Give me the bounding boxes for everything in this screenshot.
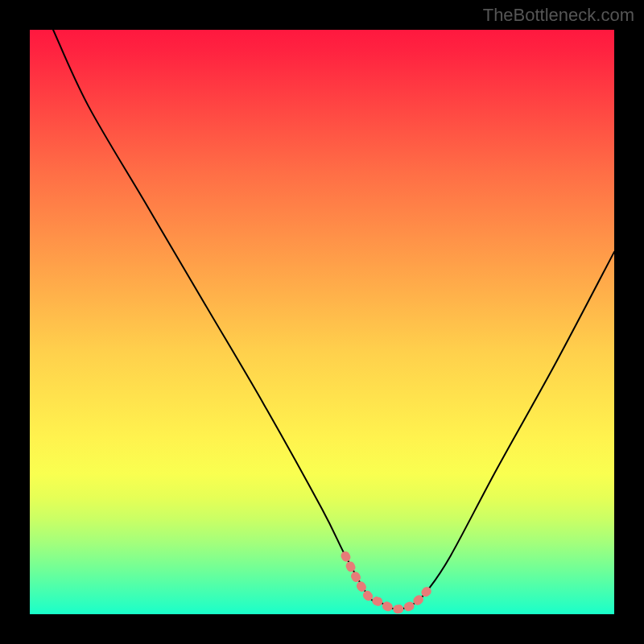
plot-area — [30, 30, 614, 614]
main-curve — [53, 30, 614, 609]
flat-highlight — [345, 555, 427, 609]
chart-svg — [30, 30, 614, 614]
chart-container: TheBottleneck.com — [0, 0, 644, 644]
watermark-text: TheBottleneck.com — [483, 5, 634, 26]
